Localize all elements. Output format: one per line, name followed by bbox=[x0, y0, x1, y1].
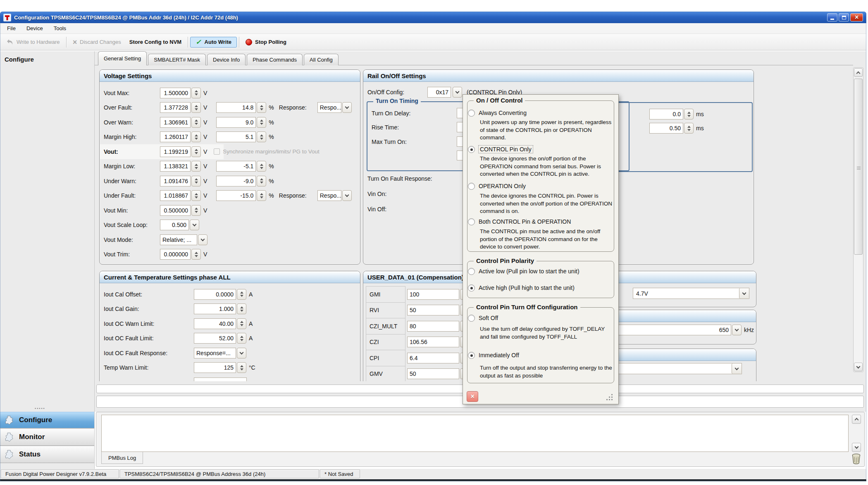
cpi-input[interactable]: 6.4 bbox=[407, 353, 459, 363]
radio-icon[interactable] bbox=[468, 268, 475, 275]
spinner[interactable] bbox=[191, 131, 201, 142]
spinner[interactable] bbox=[191, 176, 201, 186]
radio-icon[interactable] bbox=[468, 315, 475, 322]
dropdown-button[interactable] bbox=[453, 87, 462, 98]
log-scrollbar[interactable] bbox=[851, 415, 862, 452]
spinner-up-icon[interactable] bbox=[195, 134, 198, 136]
spinner-up-icon[interactable] bbox=[195, 208, 198, 210]
iout-oc-fault-response-select[interactable]: Response=... bbox=[194, 348, 236, 358]
iout-oc-fault-input[interactable]: 52.00 bbox=[194, 333, 236, 344]
spinner[interactable] bbox=[257, 102, 266, 113]
scroll-up-button[interactable] bbox=[852, 415, 861, 424]
spinner[interactable] bbox=[191, 117, 201, 128]
turn-off-delay-input[interactable]: 0.0 bbox=[649, 109, 683, 119]
spinner-down-icon[interactable] bbox=[687, 129, 691, 131]
spinner-up-icon[interactable] bbox=[195, 105, 198, 107]
spinner-up-icon[interactable] bbox=[260, 119, 263, 122]
under-warn-input[interactable]: 1.091476 bbox=[160, 176, 191, 186]
radio-both-control-operation[interactable]: Both CONTROL Pin & OPERATION bbox=[468, 217, 571, 226]
vout-mode-select[interactable]: Relative; ... bbox=[160, 234, 197, 245]
spinner-down-icon[interactable] bbox=[195, 182, 198, 184]
under-fault-input[interactable]: 1.018867 bbox=[160, 190, 191, 201]
spinner-down-icon[interactable] bbox=[195, 152, 198, 154]
gmv-input[interactable]: 50 bbox=[407, 368, 459, 379]
spinner-up-icon[interactable] bbox=[195, 164, 198, 166]
spinner-up-icon[interactable] bbox=[240, 306, 243, 308]
spinner-down-icon[interactable] bbox=[195, 211, 198, 213]
spinner-down-icon[interactable] bbox=[240, 310, 243, 312]
radio-control-pin-only[interactable]: CONTROL Pin Only bbox=[468, 145, 533, 153]
over-warn-pct-input[interactable]: 9.0 bbox=[216, 117, 256, 128]
spinner-down-icon[interactable] bbox=[195, 255, 198, 257]
nav-configure[interactable]: Configure bbox=[0, 412, 94, 428]
margin-high-pct-input[interactable]: 5.1 bbox=[216, 131, 256, 142]
spinner-down-icon[interactable] bbox=[240, 295, 243, 297]
spinner-up-icon[interactable] bbox=[260, 178, 263, 180]
spinner[interactable] bbox=[257, 190, 266, 201]
discard-changes-button[interactable]: Discard Changes bbox=[69, 38, 125, 46]
radio-operation-only[interactable]: OPERATION Only bbox=[468, 182, 526, 190]
tab-phase-commands[interactable]: Phase Commands bbox=[247, 54, 303, 65]
close-button[interactable] bbox=[850, 13, 863, 22]
margin-high-input[interactable]: 1.260117 bbox=[160, 131, 191, 142]
on-off-config-select[interactable]: 0x17 bbox=[427, 87, 451, 98]
spinner[interactable] bbox=[191, 249, 201, 260]
spinner-down-icon[interactable] bbox=[260, 167, 263, 169]
under-fault-pct-input[interactable]: -15.0 bbox=[216, 190, 256, 201]
radio-always-converting[interactable]: Always Converting bbox=[468, 109, 527, 117]
tab-all-config[interactable]: All Config bbox=[304, 54, 339, 65]
store-config-to-nvm-button[interactable]: Store Config to NVM bbox=[125, 39, 186, 45]
spinner[interactable] bbox=[257, 161, 266, 172]
spinner-down-icon[interactable] bbox=[260, 196, 263, 198]
spinner-up-icon[interactable] bbox=[195, 252, 198, 254]
spinner-up-icon[interactable] bbox=[195, 193, 198, 195]
iout-oc-warn-input[interactable]: 40.00 bbox=[194, 318, 236, 329]
radio-active-low[interactable]: Active low (Pull pin low to start the un… bbox=[468, 267, 579, 275]
spinner-down-icon[interactable] bbox=[195, 93, 198, 96]
under-warn-pct-input[interactable]: -9.0 bbox=[216, 176, 256, 186]
spinner-up-icon[interactable] bbox=[687, 126, 691, 128]
scrollbar-thumb[interactable] bbox=[854, 79, 863, 255]
spinner-up-icon[interactable] bbox=[195, 90, 198, 92]
spinner-up-icon[interactable] bbox=[240, 336, 243, 338]
menu-tools[interactable]: Tools bbox=[48, 23, 72, 33]
minimize-button[interactable] bbox=[827, 13, 837, 22]
spinner[interactable] bbox=[257, 117, 266, 128]
spinner[interactable] bbox=[237, 318, 246, 329]
dropdown-button[interactable] bbox=[739, 288, 749, 299]
temp-warn-limit-input[interactable]: 125 bbox=[194, 362, 236, 373]
over-fault-response-select[interactable]: Respo... bbox=[317, 102, 341, 113]
spinner[interactable] bbox=[191, 102, 201, 113]
rvi-input[interactable]: 50 bbox=[407, 305, 459, 315]
radio-icon[interactable] bbox=[468, 218, 475, 225]
spinner[interactable] bbox=[684, 123, 694, 134]
dropdown-button[interactable] bbox=[342, 190, 352, 201]
spinner[interactable] bbox=[191, 190, 201, 201]
under-fault-response-select[interactable]: Respo... bbox=[317, 190, 341, 201]
dropdown-button[interactable] bbox=[732, 363, 742, 374]
spinner-down-icon[interactable] bbox=[195, 196, 198, 198]
spinner-up-icon[interactable] bbox=[260, 134, 263, 136]
pmbus-log-output[interactable] bbox=[101, 415, 849, 452]
spinner[interactable] bbox=[237, 362, 246, 373]
gmi-input[interactable]: 100 bbox=[407, 289, 459, 300]
scroll-up-button[interactable] bbox=[854, 68, 863, 77]
radio-immediately-off[interactable]: Immediately Off bbox=[468, 351, 519, 359]
spinner-up-icon[interactable] bbox=[260, 193, 263, 195]
spinner[interactable] bbox=[237, 289, 246, 300]
spinner-down-icon[interactable] bbox=[195, 123, 198, 125]
spinner[interactable] bbox=[191, 146, 201, 157]
spinner-up-icon[interactable] bbox=[260, 164, 263, 166]
tab-general-setting[interactable]: General Setting bbox=[98, 51, 147, 65]
stop-polling-button[interactable]: Stop Polling bbox=[241, 39, 291, 45]
czi-mult-input[interactable]: 80 bbox=[407, 321, 459, 332]
popup-close-button[interactable] bbox=[467, 391, 478, 402]
iout-cal-offset-input[interactable]: 0.0000 bbox=[194, 289, 236, 300]
vout-max-input[interactable]: 1.500000 bbox=[160, 88, 191, 98]
spinner-down-icon[interactable] bbox=[195, 138, 198, 140]
sync-margins-checkbox[interactable] bbox=[214, 148, 220, 155]
spinner-up-icon[interactable] bbox=[260, 105, 263, 107]
tab-device-info[interactable]: Device Info bbox=[207, 54, 246, 65]
spinner-up-icon[interactable] bbox=[687, 112, 691, 114]
vout-scale-loop-select[interactable]: 0.500 bbox=[160, 220, 189, 230]
